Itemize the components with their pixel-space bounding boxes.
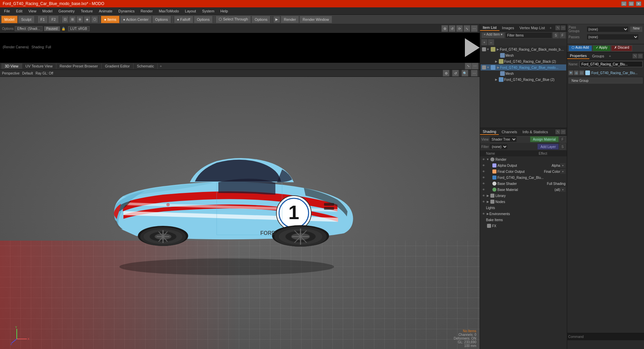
- sh-row-nodes[interactable]: 👁 ▶ Nodes: [480, 199, 567, 205]
- tab-gradienteditor[interactable]: Gradient Editor: [102, 63, 133, 69]
- items-btn[interactable]: ● Items: [101, 16, 119, 23]
- options-btn-3[interactable]: Options: [252, 16, 270, 23]
- menu-view[interactable]: View: [26, 8, 39, 14]
- vp-more-icon[interactable]: ⋯: [471, 70, 478, 77]
- maximize-btn[interactable]: □: [629, 1, 634, 6]
- menu-edit[interactable]: Edit: [13, 8, 25, 14]
- eye-environments[interactable]: 👁: [481, 211, 486, 216]
- shader-tree-dropdown[interactable]: Shader Tree: [489, 136, 517, 142]
- settings-icon[interactable]: ⚙: [441, 25, 448, 32]
- new-pass-group-btn[interactable]: New: [630, 26, 643, 32]
- more-btn[interactable]: ⋯: [561, 26, 566, 30]
- tab-vertex-map[interactable]: Vertex Map List: [517, 25, 548, 31]
- menu-geometry[interactable]: Geometry: [56, 8, 77, 14]
- 3d-viewport[interactable]: 1: [0, 77, 480, 349]
- add-item-btn[interactable]: + Add Item ▾: [481, 32, 505, 38]
- filter-s-btn[interactable]: S: [553, 32, 559, 38]
- shading-more-btn[interactable]: ⋯: [561, 130, 566, 134]
- tab-add[interactable]: +: [158, 63, 164, 69]
- menu-dynamics[interactable]: Dynamics: [116, 8, 137, 14]
- options-btn-1[interactable]: Options: [152, 16, 171, 23]
- vis-toggle-3[interactable]: [481, 65, 486, 69]
- tab-groups-add[interactable]: +: [607, 53, 613, 59]
- action-center-btn[interactable]: ● Action Center: [120, 16, 152, 23]
- group-render-icon[interactable]: ◎: [574, 70, 579, 75]
- tab-uvtexture[interactable]: UV Texture View: [22, 63, 56, 69]
- tree-row-2[interactable]: ▶ Ford_GT40_Racing_Car_Black (2): [481, 58, 566, 64]
- arrow-library[interactable]: ▶: [486, 194, 489, 198]
- command-input[interactable]: [568, 335, 643, 339]
- menu-model[interactable]: Model: [40, 8, 55, 14]
- menu-file[interactable]: File: [1, 8, 13, 14]
- vis-toggle-0[interactable]: [481, 47, 486, 51]
- vp-zoom-icon[interactable]: 🔍: [462, 70, 468, 77]
- reset-icon[interactable]: ↺: [449, 25, 455, 32]
- eye-render[interactable]: 👁: [481, 157, 486, 162]
- default-label[interactable]: Default: [22, 71, 33, 75]
- group-vis-icon[interactable]: 👁: [569, 70, 573, 75]
- fc-expand[interactable]: ▾: [560, 169, 566, 174]
- props-expand-btn[interactable]: ⤡: [633, 54, 637, 58]
- arrow-nodes[interactable]: ▶: [486, 200, 489, 204]
- arrow-3[interactable]: ▼: [486, 65, 490, 69]
- tree-row-3[interactable]: ▼ ▶ Ford_GT40_Racing_Car_Blue_modo...: [481, 64, 566, 70]
- assign-material-btn[interactable]: Assign Material: [530, 136, 559, 142]
- tree-row-5[interactable]: ▶ Ford_GT40_Racing_Car_Blue (2): [481, 77, 566, 83]
- tab-properties[interactable]: Properties: [567, 53, 589, 59]
- tab-groups[interactable]: Groups: [589, 53, 607, 59]
- close-btn[interactable]: ×: [636, 1, 641, 6]
- arrow-environments[interactable]: ▶: [486, 212, 489, 216]
- render-icon[interactable]: ▶: [273, 16, 280, 23]
- filter-dropdown[interactable]: (none): [489, 144, 508, 150]
- filter-items-input[interactable]: [505, 32, 552, 38]
- tab-schematic[interactable]: Schematic: [133, 63, 158, 69]
- arrow-sub-3[interactable]: ▶: [496, 65, 500, 69]
- arrow-0[interactable]: ▼: [486, 47, 490, 51]
- tool-icon-1[interactable]: ⊡: [62, 16, 68, 23]
- sh-row-bakeitems[interactable]: Bake Items: [480, 217, 567, 223]
- tool-icon-5[interactable]: ⬡: [91, 16, 98, 23]
- render-window-btn[interactable]: Render Window: [300, 16, 332, 23]
- new-group-btn[interactable]: New Group: [569, 78, 643, 84]
- perspective-label[interactable]: Perspective: [2, 71, 19, 75]
- tab-renderpreset[interactable]: Render Preset Browser: [56, 63, 102, 69]
- tree-row-4[interactable]: Mesh: [481, 70, 566, 77]
- auto-add-btn[interactable]: ⬡ Auto Add: [569, 45, 592, 51]
- tab-images[interactable]: Images: [499, 25, 517, 31]
- tab-shading[interactable]: Shading: [480, 129, 499, 135]
- menu-help[interactable]: Help: [218, 8, 231, 14]
- tree-row-0[interactable]: ▼ ▶ Ford_GT40_Racing_Car_Black_modo_bas …: [481, 46, 566, 52]
- tool-icon-2[interactable]: ⊞: [69, 16, 76, 23]
- sh-row-library[interactable]: 👁 ▶ Library: [480, 193, 567, 199]
- sculpt-mode-btn[interactable]: Sculpt: [18, 16, 35, 23]
- sh-row-baseshader[interactable]: 👁 Base Shader Full Shading: [480, 181, 567, 187]
- tool-icon-3[interactable]: ⊕: [76, 16, 83, 23]
- name-input[interactable]: [580, 61, 643, 67]
- props-more-btn[interactable]: ⋯: [638, 54, 643, 58]
- apply-btn[interactable]: ✓ Apply: [593, 45, 610, 51]
- arrow-render[interactable]: ▼: [486, 157, 489, 161]
- eye-nodes[interactable]: 👁: [481, 199, 486, 204]
- f-btn[interactable]: F: [559, 136, 566, 142]
- model-mode-btn[interactable]: Model: [1, 16, 17, 23]
- menu-animate[interactable]: Animate: [96, 8, 115, 14]
- add-tree-btn[interactable]: +: [481, 39, 487, 45]
- group-lock-icon[interactable]: □: [579, 70, 584, 75]
- menu-system[interactable]: System: [199, 8, 217, 14]
- f2-btn[interactable]: F2: [48, 16, 59, 23]
- menu-render[interactable]: Render: [138, 8, 155, 14]
- alpha-expand[interactable]: ▾: [560, 163, 566, 168]
- tab-3dview[interactable]: 3D View: [1, 63, 22, 69]
- sh-row-gt40[interactable]: 👁 Ford_GT40_Racing_Car_Blu...: [480, 174, 567, 181]
- tree-row-1[interactable]: Mesh: [481, 52, 566, 58]
- select-through-btn[interactable]: ⬡ Select Through: [216, 16, 251, 23]
- tab-info-stats[interactable]: Info & Statistics: [520, 129, 551, 135]
- expand-icon[interactable]: ⤡: [464, 25, 470, 32]
- f1-btn[interactable]: F1: [38, 16, 48, 23]
- tool-icon-4[interactable]: ◈: [84, 16, 91, 23]
- shading-expand-btn[interactable]: ⤡: [555, 130, 560, 134]
- sync-icon[interactable]: ⟳: [456, 25, 463, 32]
- tab-add-panel[interactable]: +: [547, 25, 553, 31]
- falloff-btn[interactable]: ● Falloff: [174, 16, 193, 23]
- sh-row-basematerial[interactable]: 👁 Base Material (all) ▾: [480, 187, 567, 193]
